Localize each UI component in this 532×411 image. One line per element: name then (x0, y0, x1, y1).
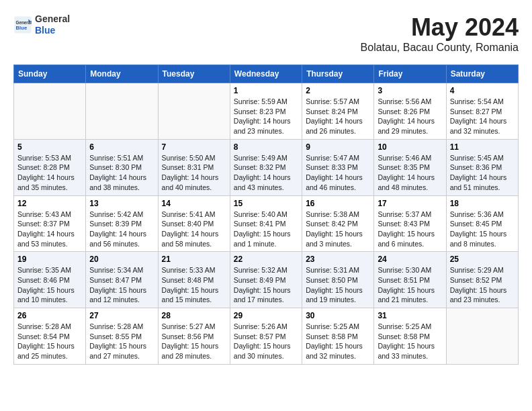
calendar-cell: 23Sunrise: 5:31 AM Sunset: 8:50 PM Dayli… (302, 252, 374, 308)
day-number: 17 (378, 199, 442, 208)
logo-blue-text: Blue (35, 25, 70, 36)
weekday-header: Wednesday (230, 65, 302, 83)
calendar-cell: 19Sunrise: 5:35 AM Sunset: 8:46 PM Dayli… (14, 252, 86, 308)
day-number: 4 (450, 86, 515, 95)
logo-icon: General Blue (13, 15, 32, 34)
calendar-cell: 16Sunrise: 5:38 AM Sunset: 8:42 PM Dayli… (302, 195, 374, 252)
day-number: 7 (162, 142, 226, 152)
calendar-cell: 1Sunrise: 5:59 AM Sunset: 8:23 PM Daylig… (230, 83, 302, 140)
day-detail: Sunrise: 5:46 AM Sunset: 8:35 PM Dayligh… (378, 153, 442, 193)
calendar-cell: 14Sunrise: 5:41 AM Sunset: 8:40 PM Dayli… (158, 195, 230, 252)
calendar-cell: 17Sunrise: 5:37 AM Sunset: 8:43 PM Dayli… (374, 195, 446, 252)
day-number: 13 (89, 199, 154, 208)
weekday-header: Friday (374, 65, 446, 83)
day-detail: Sunrise: 5:27 AM Sunset: 8:56 PM Dayligh… (162, 322, 226, 361)
day-number: 19 (17, 255, 82, 264)
calendar-week-row: 26Sunrise: 5:28 AM Sunset: 8:54 PM Dayli… (14, 308, 519, 365)
day-number: 30 (306, 311, 370, 320)
logo-general-text: General (35, 13, 70, 25)
calendar-cell: 20Sunrise: 5:34 AM Sunset: 8:47 PM Dayli… (86, 252, 158, 308)
day-number: 21 (162, 255, 226, 264)
weekday-header: Sunday (14, 65, 86, 83)
day-detail: Sunrise: 5:47 AM Sunset: 8:33 PM Dayligh… (306, 153, 370, 193)
calendar-cell: 8Sunrise: 5:49 AM Sunset: 8:32 PM Daylig… (230, 139, 302, 195)
calendar-cell: 24Sunrise: 5:30 AM Sunset: 8:51 PM Dayli… (374, 252, 446, 308)
day-detail: Sunrise: 5:42 AM Sunset: 8:39 PM Dayligh… (89, 210, 154, 249)
day-number: 1 (234, 86, 298, 95)
day-detail: Sunrise: 5:38 AM Sunset: 8:42 PM Dayligh… (306, 210, 370, 249)
day-number: 5 (17, 142, 82, 152)
calendar-cell: 26Sunrise: 5:28 AM Sunset: 8:54 PM Dayli… (14, 308, 86, 365)
calendar-week-row: 19Sunrise: 5:35 AM Sunset: 8:46 PM Dayli… (14, 252, 519, 308)
day-detail: Sunrise: 5:45 AM Sunset: 8:36 PM Dayligh… (450, 153, 515, 193)
day-number: 12 (17, 199, 82, 208)
calendar-cell: 3Sunrise: 5:56 AM Sunset: 8:26 PM Daylig… (374, 83, 446, 140)
day-detail: Sunrise: 5:32 AM Sunset: 8:49 PM Dayligh… (234, 265, 298, 305)
day-detail: Sunrise: 5:28 AM Sunset: 8:54 PM Dayligh… (17, 322, 82, 361)
calendar-week-row: 12Sunrise: 5:43 AM Sunset: 8:37 PM Dayli… (14, 195, 519, 252)
calendar-week-row: 5Sunrise: 5:53 AM Sunset: 8:28 PM Daylig… (14, 139, 519, 195)
day-detail: Sunrise: 5:28 AM Sunset: 8:55 PM Dayligh… (89, 322, 154, 361)
day-number: 9 (306, 142, 370, 152)
day-number: 15 (234, 199, 298, 208)
weekday-header: Monday (86, 65, 158, 83)
day-number: 24 (378, 255, 442, 264)
day-detail: Sunrise: 5:30 AM Sunset: 8:51 PM Dayligh… (378, 265, 442, 305)
day-detail: Sunrise: 5:36 AM Sunset: 8:45 PM Dayligh… (450, 210, 515, 249)
day-detail: Sunrise: 5:25 AM Sunset: 8:58 PM Dayligh… (378, 322, 442, 361)
day-detail: Sunrise: 5:25 AM Sunset: 8:58 PM Dayligh… (306, 322, 370, 361)
day-number: 20 (89, 255, 154, 264)
day-number: 16 (306, 199, 370, 208)
calendar-cell: 29Sunrise: 5:26 AM Sunset: 8:57 PM Dayli… (230, 308, 302, 365)
day-detail: Sunrise: 5:50 AM Sunset: 8:31 PM Dayligh… (162, 153, 226, 193)
day-detail: Sunrise: 5:34 AM Sunset: 8:47 PM Dayligh… (89, 265, 154, 305)
day-number: 14 (162, 199, 226, 208)
page-subtitle: Bolatau, Bacau County, Romania (361, 42, 519, 54)
logo-text: General Blue (35, 13, 70, 36)
day-number: 18 (450, 199, 515, 208)
day-number: 29 (234, 311, 298, 320)
day-detail: Sunrise: 5:49 AM Sunset: 8:32 PM Dayligh… (234, 153, 298, 193)
day-number: 22 (234, 255, 298, 264)
calendar-cell: 22Sunrise: 5:32 AM Sunset: 8:49 PM Dayli… (230, 252, 302, 308)
day-detail: Sunrise: 5:43 AM Sunset: 8:37 PM Dayligh… (17, 210, 82, 249)
calendar-cell: 31Sunrise: 5:25 AM Sunset: 8:58 PM Dayli… (374, 308, 446, 365)
calendar-cell: 10Sunrise: 5:46 AM Sunset: 8:35 PM Dayli… (374, 139, 446, 195)
weekday-header: Tuesday (158, 65, 230, 83)
weekday-header: Thursday (302, 65, 374, 83)
calendar-cell: 12Sunrise: 5:43 AM Sunset: 8:37 PM Dayli… (14, 195, 86, 252)
calendar-cell: 11Sunrise: 5:45 AM Sunset: 8:36 PM Dayli… (446, 139, 518, 195)
day-number: 11 (450, 142, 515, 152)
calendar-week-row: 1Sunrise: 5:59 AM Sunset: 8:23 PM Daylig… (14, 83, 519, 140)
calendar-cell: 2Sunrise: 5:57 AM Sunset: 8:24 PM Daylig… (302, 83, 374, 140)
day-number: 8 (234, 142, 298, 152)
calendar-cell: 6Sunrise: 5:51 AM Sunset: 8:30 PM Daylig… (86, 139, 158, 195)
page-title: May 2024 (361, 13, 519, 42)
day-number: 6 (89, 142, 154, 152)
day-detail: Sunrise: 5:31 AM Sunset: 8:50 PM Dayligh… (306, 265, 370, 305)
calendar-cell: 7Sunrise: 5:50 AM Sunset: 8:31 PM Daylig… (158, 139, 230, 195)
calendar-cell: 28Sunrise: 5:27 AM Sunset: 8:56 PM Dayli… (158, 308, 230, 365)
weekday-header-row: SundayMondayTuesdayWednesdayThursdayFrid… (14, 65, 519, 83)
calendar-cell (14, 83, 86, 140)
day-detail: Sunrise: 5:40 AM Sunset: 8:41 PM Dayligh… (234, 210, 298, 249)
day-detail: Sunrise: 5:35 AM Sunset: 8:46 PM Dayligh… (17, 265, 82, 305)
day-detail: Sunrise: 5:57 AM Sunset: 8:24 PM Dayligh… (306, 97, 370, 136)
day-number: 28 (162, 311, 226, 320)
calendar-cell: 9Sunrise: 5:47 AM Sunset: 8:33 PM Daylig… (302, 139, 374, 195)
day-detail: Sunrise: 5:56 AM Sunset: 8:26 PM Dayligh… (378, 97, 442, 136)
calendar-table: SundayMondayTuesdayWednesdayThursdayFrid… (13, 64, 519, 365)
day-number: 25 (450, 255, 515, 264)
day-detail: Sunrise: 5:53 AM Sunset: 8:28 PM Dayligh… (17, 153, 82, 193)
day-number: 23 (306, 255, 370, 264)
calendar-cell: 27Sunrise: 5:28 AM Sunset: 8:55 PM Dayli… (86, 308, 158, 365)
day-detail: Sunrise: 5:29 AM Sunset: 8:52 PM Dayligh… (450, 265, 515, 305)
day-detail: Sunrise: 5:33 AM Sunset: 8:48 PM Dayligh… (162, 265, 226, 305)
day-number: 26 (17, 311, 82, 320)
day-number: 3 (378, 86, 442, 95)
calendar-cell: 4Sunrise: 5:54 AM Sunset: 8:27 PM Daylig… (446, 83, 518, 140)
day-detail: Sunrise: 5:51 AM Sunset: 8:30 PM Dayligh… (89, 153, 154, 193)
day-detail: Sunrise: 5:41 AM Sunset: 8:40 PM Dayligh… (162, 210, 226, 249)
calendar-cell: 30Sunrise: 5:25 AM Sunset: 8:58 PM Dayli… (302, 308, 374, 365)
day-detail: Sunrise: 5:26 AM Sunset: 8:57 PM Dayligh… (234, 322, 298, 361)
